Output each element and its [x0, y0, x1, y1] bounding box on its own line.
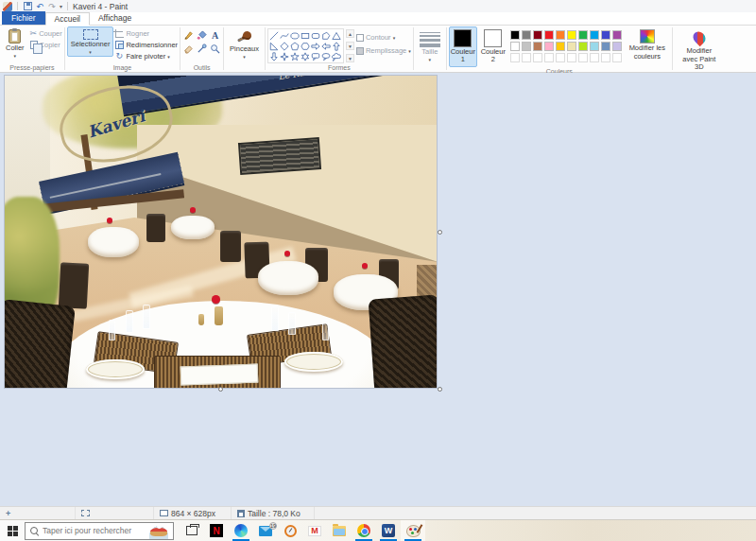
- palette-swatch[interactable]: [522, 42, 531, 51]
- taskbar-search[interactable]: [25, 522, 174, 540]
- shape-arrow-right-icon[interactable]: [311, 41, 321, 51]
- palette-swatch[interactable]: [578, 30, 588, 40]
- palette-swatch[interactable]: [601, 30, 610, 40]
- palette-swatch-empty[interactable]: [578, 53, 588, 62]
- start-button[interactable]: [0, 520, 25, 541]
- shape-diamond-icon[interactable]: [280, 41, 290, 51]
- shape-arrow-up-icon[interactable]: [332, 41, 342, 51]
- palette-swatch[interactable]: [556, 30, 565, 40]
- resize-button[interactable]: Redimensionner: [115, 40, 178, 50]
- palette-swatch-empty[interactable]: [556, 53, 565, 62]
- shapes-expand[interactable]: ▼: [346, 54, 354, 62]
- taskbar-netflix[interactable]: N: [204, 520, 229, 541]
- copy-button[interactable]: Copier: [30, 40, 62, 50]
- paint-canvas[interactable]: Tél: 01 40 86 Le Kaveri Kaveri: [5, 76, 437, 388]
- shape-curve-icon[interactable]: [280, 30, 290, 41]
- brushes-button[interactable]: Pinceaux ▾: [226, 26, 263, 61]
- crop-button[interactable]: Rogner: [115, 28, 178, 39]
- palette-swatch-empty[interactable]: [601, 53, 610, 62]
- shape-star-4-icon[interactable]: [280, 51, 290, 61]
- tab-home[interactable]: Accueil: [45, 12, 90, 26]
- shape-callout-cloud-icon[interactable]: [332, 51, 342, 61]
- palette-swatch[interactable]: [544, 30, 554, 40]
- palette-swatch[interactable]: [590, 30, 599, 40]
- canvas-resize-handle-right[interactable]: [438, 230, 442, 235]
- search-input[interactable]: [43, 526, 143, 535]
- magnifier-tool[interactable]: [209, 43, 221, 55]
- shape-pentagon-icon[interactable]: [290, 41, 301, 51]
- edit-colors-button[interactable]: Modifier les couleurs: [625, 26, 670, 63]
- palette-swatch-empty[interactable]: [612, 53, 622, 62]
- shape-star-6-icon[interactable]: [301, 51, 311, 61]
- eraser-tool[interactable]: [182, 43, 195, 55]
- fill-tool[interactable]: [196, 29, 208, 42]
- tab-view[interactable]: Affichage: [90, 11, 140, 25]
- taskbar-mail[interactable]: 19: [253, 520, 278, 541]
- palette-swatch[interactable]: [601, 42, 610, 51]
- palette-swatch[interactable]: [533, 42, 542, 51]
- paste-button[interactable]: Coller ▾: [2, 26, 28, 61]
- shape-right-triangle-icon[interactable]: [269, 41, 280, 51]
- shape-ellipse-icon[interactable]: [290, 30, 301, 41]
- pencil-tool[interactable]: [182, 29, 195, 42]
- taskbar-word[interactable]: W: [376, 520, 401, 541]
- palette-swatch[interactable]: [612, 30, 622, 40]
- shape-arrow-left-icon[interactable]: [321, 41, 332, 51]
- palette-swatch-empty[interactable]: [533, 53, 542, 62]
- shape-rectangle-icon[interactable]: [301, 30, 311, 41]
- size-button[interactable]: Taille ▾: [416, 26, 444, 64]
- text-tool[interactable]: A: [209, 29, 221, 42]
- canvas-resize-handle-corner[interactable]: [438, 387, 442, 392]
- search-doodle-icon[interactable]: [146, 523, 171, 539]
- palette-swatch[interactable]: [567, 30, 576, 40]
- shapes-scroll-down[interactable]: ▼: [346, 42, 354, 50]
- palette-swatch-empty[interactable]: [522, 53, 531, 62]
- select-button[interactable]: Sélectionner ▾: [67, 26, 114, 57]
- save-button[interactable]: [23, 2, 32, 11]
- shape-triangle-icon[interactable]: [332, 30, 342, 41]
- quick-access-dropdown[interactable]: ▾: [60, 3, 62, 9]
- tab-file[interactable]: Fichier: [2, 11, 45, 25]
- shape-polygon-icon[interactable]: [321, 30, 332, 41]
- taskbar-edge[interactable]: [229, 520, 253, 541]
- taskbar-explorer[interactable]: [327, 520, 352, 541]
- cut-button[interactable]: ✂ Couper: [30, 28, 62, 39]
- color1-button[interactable]: Couleur 1: [449, 26, 477, 67]
- palette-swatch[interactable]: [556, 42, 565, 51]
- palette-swatch[interactable]: [567, 42, 576, 51]
- taskbar-paint[interactable]: [401, 520, 425, 541]
- edit-with-paint3d-button[interactable]: Modifier avec Paint 3D: [675, 26, 724, 75]
- palette-swatch[interactable]: [533, 30, 542, 40]
- shape-rounded-rectangle-icon[interactable]: [311, 30, 321, 41]
- redo-button[interactable]: ↷: [47, 2, 57, 11]
- palette-swatch-empty[interactable]: [567, 53, 576, 62]
- shape-callout-rounded-icon[interactable]: [311, 51, 321, 61]
- taskbar-task-view[interactable]: [180, 520, 204, 541]
- palette-swatch[interactable]: [510, 42, 520, 51]
- palette-swatch[interactable]: [578, 42, 588, 51]
- color-picker-tool[interactable]: [196, 43, 208, 55]
- shape-outline-button[interactable]: Contour ▾: [356, 32, 411, 43]
- taskbar-chrome[interactable]: [352, 520, 376, 541]
- shapes-scroll-up[interactable]: ▲: [346, 29, 354, 38]
- palette-swatch[interactable]: [522, 30, 531, 40]
- rotate-button[interactable]: ↻ Faire pivoter ▾: [115, 51, 178, 61]
- shape-fill-button[interactable]: Remplissage ▾: [356, 45, 411, 56]
- shape-arrow-down-icon[interactable]: [269, 51, 280, 61]
- canvas-resize-handle-bottom[interactable]: [218, 387, 223, 392]
- shape-star-5-icon[interactable]: [290, 51, 301, 61]
- palette-swatch[interactable]: [612, 42, 622, 51]
- taskbar-gmail[interactable]: M: [302, 520, 327, 541]
- palette-swatch[interactable]: [544, 42, 554, 51]
- undo-button[interactable]: ↶: [35, 2, 44, 11]
- shape-line-icon[interactable]: [269, 30, 280, 41]
- palette-swatch-empty[interactable]: [590, 53, 599, 62]
- palette-swatch-empty[interactable]: [544, 53, 554, 62]
- palette-swatch[interactable]: [590, 42, 599, 51]
- taskbar-alarm[interactable]: [278, 520, 302, 541]
- palette-swatch-empty[interactable]: [510, 53, 520, 62]
- color2-button[interactable]: Couleur 2: [479, 26, 507, 67]
- shape-callout-oval-icon[interactable]: [321, 51, 332, 61]
- shape-hexagon-icon[interactable]: [301, 41, 311, 51]
- palette-swatch[interactable]: [510, 30, 520, 40]
